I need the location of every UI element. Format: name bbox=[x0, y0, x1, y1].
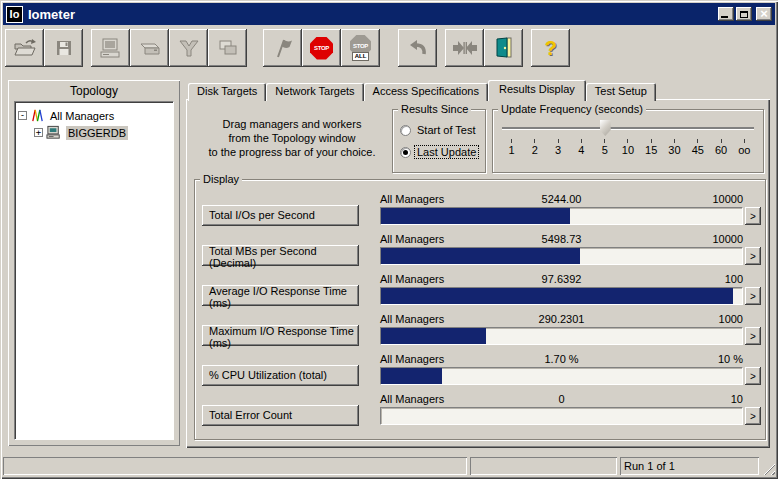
instruction-line: to the progress bar of your choice. bbox=[194, 145, 390, 159]
expand-icon[interactable]: + bbox=[34, 128, 43, 137]
radio-button-icon bbox=[400, 125, 411, 136]
expand-result-button[interactable]: > bbox=[745, 247, 761, 265]
progress-fill bbox=[381, 288, 733, 304]
slider-tick bbox=[604, 139, 605, 143]
reset-results-button[interactable] bbox=[398, 29, 437, 67]
metric-row-avg-response: Average I/O Response Time (ms) All Manag… bbox=[202, 267, 761, 307]
metric-button-max-response[interactable]: Maximum I/O Response Time (ms) bbox=[202, 325, 359, 346]
tick-label: 4 bbox=[578, 144, 584, 156]
maximize-icon bbox=[740, 11, 748, 18]
exit-door-icon bbox=[493, 36, 515, 60]
minimize-button[interactable] bbox=[718, 7, 734, 21]
radio-label-start-of-test: Start of Test bbox=[415, 124, 478, 136]
reset-arrow-icon bbox=[406, 37, 430, 59]
topology-panel: Topology - All Managers + bbox=[8, 80, 180, 446]
collapse-icon[interactable]: - bbox=[18, 111, 27, 120]
tab-strip: Disk Targets Network Targets Access Spec… bbox=[188, 80, 656, 101]
tick-label: 15 bbox=[645, 144, 657, 156]
manager-computer-icon bbox=[46, 125, 63, 140]
metric-button-total-ios[interactable]: Total I/Os per Second bbox=[202, 205, 359, 226]
progress-bar-total-mbs[interactable] bbox=[380, 247, 743, 265]
progress-bar-total-ios[interactable] bbox=[380, 207, 743, 225]
copy-icon bbox=[216, 38, 240, 58]
tab-results-display[interactable]: Results Display bbox=[488, 80, 586, 101]
metric-button-avg-response[interactable]: Average I/O Response Time (ms) bbox=[202, 285, 359, 306]
status-panel-run: Run 1 of 1 bbox=[620, 457, 759, 475]
bar-value: 5498.73 bbox=[542, 233, 582, 247]
stop-all-tests-button[interactable]: STOP ALL bbox=[341, 29, 380, 67]
new-network-worker-button[interactable] bbox=[169, 29, 208, 67]
metric-button-total-errors[interactable]: Total Error Count bbox=[202, 405, 359, 426]
update-frequency-slider[interactable] bbox=[500, 120, 756, 137]
maximize-button[interactable] bbox=[736, 7, 752, 21]
merge-workers-button[interactable] bbox=[445, 29, 484, 67]
bar-value: 290.2301 bbox=[539, 313, 585, 327]
results-since-group: Results Since Start of Test Last Update bbox=[392, 109, 486, 173]
copy-workers-button[interactable] bbox=[208, 29, 247, 67]
radio-button-icon bbox=[400, 147, 411, 158]
expand-result-button[interactable]: > bbox=[745, 367, 761, 385]
tick-label: 5 bbox=[602, 144, 608, 156]
start-flag-icon bbox=[272, 37, 294, 59]
expand-result-button[interactable]: > bbox=[745, 327, 761, 345]
expand-result-button[interactable]: > bbox=[745, 287, 761, 305]
status-panel-main bbox=[3, 457, 467, 475]
tab-test-setup[interactable]: Test Setup bbox=[586, 83, 656, 101]
app-logo-text: Io bbox=[10, 8, 20, 20]
metric-row-cpu-utilization: % CPU Utilization (total) All Managers 1… bbox=[202, 347, 761, 387]
tree-label-all-managers[interactable]: All Managers bbox=[48, 109, 116, 123]
new-disk-worker-button[interactable] bbox=[130, 29, 169, 67]
exit-button[interactable] bbox=[484, 29, 523, 67]
slider-thumb[interactable] bbox=[600, 120, 611, 136]
update-frequency-legend: Update Frequency (seconds) bbox=[498, 103, 646, 115]
network-worker-icon bbox=[177, 38, 201, 58]
results-display-page: Drag managers and workers from the Topol… bbox=[186, 99, 770, 448]
metric-button-total-mbs[interactable]: Total MBs per Second (Decimal) bbox=[202, 245, 359, 266]
bar-max: 10000 bbox=[581, 233, 743, 247]
radio-last-update[interactable]: Last Update bbox=[400, 144, 485, 160]
bar-max: 10 bbox=[565, 393, 743, 407]
all-managers-icon bbox=[30, 108, 45, 123]
expand-result-button[interactable]: > bbox=[745, 207, 761, 225]
slider-tick bbox=[581, 139, 582, 143]
help-button[interactable]: ? bbox=[531, 29, 570, 67]
close-icon bbox=[760, 8, 768, 20]
tick-label: 45 bbox=[692, 144, 704, 156]
stop-test-button[interactable]: STOP bbox=[302, 29, 341, 67]
progress-bar-max-response[interactable] bbox=[380, 327, 743, 345]
progress-bar-total-errors[interactable] bbox=[380, 407, 743, 425]
progress-bar-avg-response[interactable] bbox=[380, 287, 743, 305]
slider-tick bbox=[511, 139, 512, 143]
close-button[interactable] bbox=[756, 7, 772, 21]
tree-item-biggerdb[interactable]: + BIGGERDB bbox=[18, 124, 170, 141]
status-panel-middle bbox=[470, 457, 617, 475]
topology-tree[interactable]: - All Managers + BIGGERDB bbox=[14, 101, 174, 440]
tick-label: 3 bbox=[555, 144, 561, 156]
slider-track[interactable] bbox=[502, 127, 754, 129]
tick-label-infinity: oo bbox=[738, 144, 750, 156]
start-tests-button[interactable] bbox=[263, 29, 302, 67]
tree-label-biggerdb[interactable]: BIGGERDB bbox=[66, 126, 128, 140]
tab-disk-targets[interactable]: Disk Targets bbox=[188, 83, 266, 101]
open-test-file-button[interactable] bbox=[5, 29, 44, 67]
metric-button-cpu-utilization[interactable]: % CPU Utilization (total) bbox=[202, 365, 359, 386]
display-legend: Display bbox=[200, 173, 242, 185]
computer-icon bbox=[98, 37, 124, 59]
expand-result-button[interactable]: > bbox=[745, 407, 761, 425]
slider-tick bbox=[744, 139, 745, 143]
tick-label: 30 bbox=[668, 144, 680, 156]
radio-start-of-test[interactable]: Start of Test bbox=[400, 122, 485, 138]
save-test-file-button[interactable] bbox=[44, 29, 83, 67]
resize-grip[interactable] bbox=[762, 462, 775, 475]
slider-tick-labels: 1 2 3 4 5 10 15 30 45 60 oo bbox=[500, 139, 756, 156]
new-manager-button[interactable] bbox=[91, 29, 130, 67]
radio-label-last-update: Last Update bbox=[415, 146, 478, 158]
tab-network-targets[interactable]: Network Targets bbox=[266, 83, 363, 101]
title-bar: Io Iometer bbox=[3, 3, 775, 25]
tree-item-all-managers[interactable]: - All Managers bbox=[18, 107, 170, 124]
update-frequency-group: Update Frequency (seconds) 1 2 3 4 5 10 … bbox=[492, 109, 764, 173]
tab-access-specifications[interactable]: Access Specifications bbox=[364, 83, 488, 101]
run-counter: Run 1 of 1 bbox=[624, 460, 675, 472]
progress-bar-cpu-utilization[interactable] bbox=[380, 367, 743, 385]
slider-tick bbox=[534, 139, 535, 143]
